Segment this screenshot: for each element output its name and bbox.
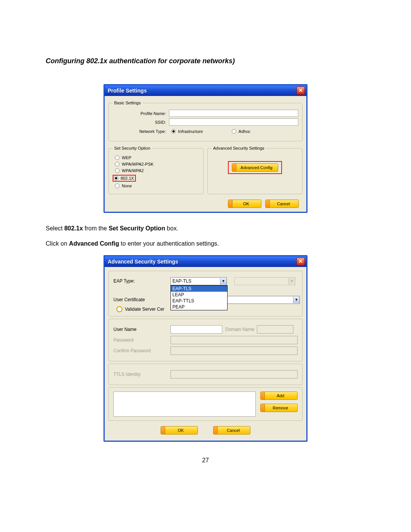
radio-icon: [115, 155, 119, 160]
advanced-security-legend: Advanced Security Settings: [212, 146, 266, 150]
validate-cert-radio-icon[interactable]: [116, 306, 123, 312]
page-number: 27: [46, 457, 365, 464]
dropdown-option[interactable]: LEAP: [171, 292, 227, 298]
security-none[interactable]: None: [115, 184, 199, 188]
radio-label: WPA/WPA2: [122, 168, 144, 173]
instruction-1: Select 802.1x from the Set Security Opti…: [46, 224, 365, 233]
radio-icon: [114, 176, 118, 181]
security-wpa-psk[interactable]: WPA/WPA2-PSK: [115, 162, 199, 166]
user-name-input[interactable]: [170, 325, 222, 334]
user-name-label: User Name: [113, 327, 170, 332]
password-input: [170, 336, 298, 344]
section-heading: Configuring 802.1x authentication for co…: [46, 57, 365, 65]
radio-icon: [232, 129, 236, 134]
confirm-password-input: [170, 347, 298, 355]
domain-name-input: [257, 325, 293, 334]
eap-type-select[interactable]: EAP-TLS ▼ EAP-TLS LEAP EAP-TTLS PEAP: [170, 277, 227, 285]
basic-settings-group: Basic Settings Profile Name: SSID: Netwo…: [108, 101, 303, 141]
network-type-infrastructure[interactable]: Infrastructure: [171, 129, 203, 134]
titlebar: Profile Settings ✕: [105, 85, 306, 96]
domain-name-label: Domain Name: [225, 327, 255, 332]
eap-subtype-select: ▼: [234, 277, 295, 285]
radio-icon: [115, 184, 119, 188]
dropdown-option[interactable]: PEAP: [171, 304, 227, 310]
advanced-security-group: Advanced Security Settings Advanced Conf…: [207, 146, 303, 194]
dropdown-option[interactable]: EAP-TTLS: [171, 298, 227, 304]
dialog-title: Profile Settings: [108, 88, 147, 94]
eap-type-dropdown: EAP-TLS LEAP EAP-TTLS PEAP: [170, 285, 228, 310]
chevron-down-icon: ▼: [220, 278, 226, 284]
radio-icon: [115, 162, 119, 166]
ssid-input[interactable]: [169, 118, 298, 126]
advanced-security-dialog: Advanced Security Settings ✕ EAP Type: E…: [104, 255, 307, 442]
radio-label: 802.1X: [121, 176, 134, 181]
password-label: Password: [113, 337, 170, 343]
user-certificate-label: User Certificate: [113, 297, 170, 302]
chevron-down-icon: ▼: [288, 278, 295, 284]
radio-label: WEP: [122, 155, 131, 160]
close-icon[interactable]: ✕: [296, 257, 305, 266]
confirm-password-label: Confirm Password: [113, 348, 170, 353]
profile-name-label: Profile Name:: [113, 111, 169, 116]
add-button[interactable]: Add: [260, 391, 298, 400]
ttls-identity-input: [170, 370, 298, 379]
security-option-group: Set Security Option WEP WPA/WPA2-PSK WPA…: [108, 146, 204, 194]
cancel-button[interactable]: Cancel: [213, 426, 250, 435]
radio-label: Adhoc: [239, 129, 250, 134]
ok-button[interactable]: OK: [161, 426, 198, 435]
radio-label: None: [122, 184, 132, 188]
network-type-label: Network Type:: [113, 129, 169, 134]
radio-label: Infrastructure: [178, 129, 203, 134]
list-panel: Add Remove: [108, 387, 303, 421]
radio-label: WPA/WPA2-PSK: [122, 162, 153, 166]
ok-button[interactable]: OK: [228, 200, 261, 208]
instruction-2: Click on Advanced Config to enter your a…: [46, 240, 365, 248]
ttls-identity-label: TTLS Identity: [113, 372, 170, 377]
advanced-config-button[interactable]: Advanced Config: [232, 163, 278, 172]
cancel-button[interactable]: Cancel: [265, 200, 299, 208]
profile-name-input[interactable]: [169, 110, 298, 117]
certificate-list[interactable]: [113, 391, 256, 417]
eap-panel: EAP Type: EAP-TLS ▼ EAP-TLS LEAP EAP-TTL…: [108, 271, 303, 316]
dialog-title: Advanced Security Settings: [108, 259, 178, 265]
dropdown-option[interactable]: EAP-TLS: [171, 286, 227, 292]
radio-icon: [171, 129, 176, 134]
remove-button[interactable]: Remove: [260, 404, 298, 412]
security-option-legend: Set Security Option: [113, 146, 152, 150]
credentials-panel: User Name Domain Name Password Confirm P…: [108, 319, 303, 361]
security-wep[interactable]: WEP: [115, 155, 199, 160]
select-value: EAP-TLS: [172, 278, 191, 284]
basic-settings-legend: Basic Settings: [113, 101, 142, 105]
advanced-config-highlight: Advanced Config: [228, 161, 282, 174]
network-type-adhoc[interactable]: Adhoc: [232, 129, 250, 134]
security-8021x-highlighted[interactable]: 802.1X: [113, 175, 136, 182]
radio-icon: [115, 168, 119, 173]
security-wpa[interactable]: WPA/WPA2: [115, 168, 199, 173]
close-icon[interactable]: ✕: [296, 86, 305, 95]
eap-type-label: EAP Type:: [113, 278, 170, 284]
profile-settings-dialog: Profile Settings ✕ Basic Settings Profil…: [104, 84, 307, 213]
validate-cert-label: Validate Server Cer: [125, 307, 164, 312]
ssid-label: SSID:: [113, 120, 169, 125]
ttls-panel: TTLS Identity: [108, 364, 303, 385]
chevron-down-icon: ▼: [293, 297, 299, 303]
titlebar: Advanced Security Settings ✕: [105, 256, 306, 267]
